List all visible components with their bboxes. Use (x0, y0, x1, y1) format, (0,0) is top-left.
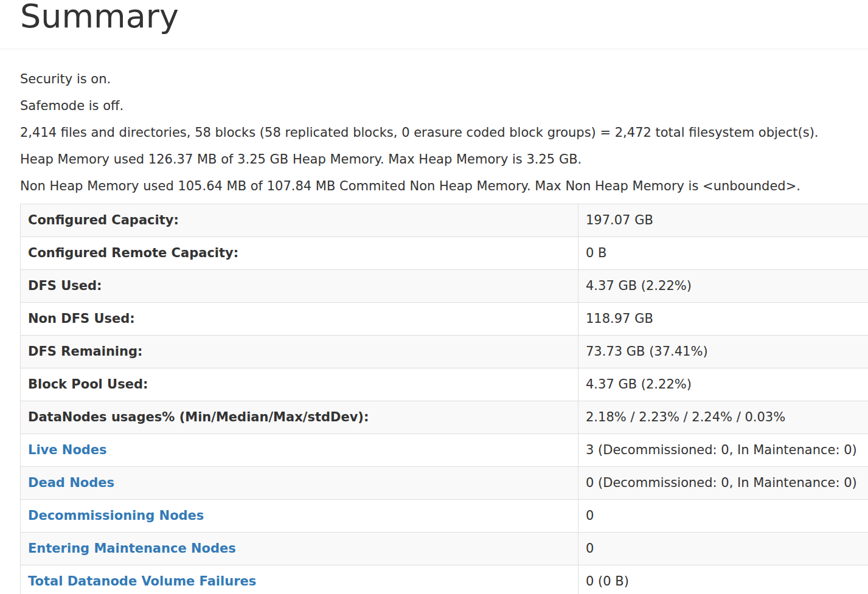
row-label-cell: Entering Maintenance Nodes (21, 533, 578, 565)
summary-content: Security is on. Safemode is off. 2,414 f… (0, 49, 868, 594)
table-row-dfs-used: DFS Used:4.37 GB (2.22%) (21, 270, 868, 303)
dead-nodes-value: 0 (Decommissioned: 0, In Maintenance: 0) (578, 467, 868, 500)
row-label-cell: DFS Remaining: (21, 336, 578, 368)
row-label-cell: DataNodes usages% (Min/Median/Max/stdDev… (21, 401, 578, 434)
table-row-dfs-remaining: DFS Remaining:73.73 GB (37.41%) (21, 336, 868, 368)
table-row-configured-remote-capacity: Configured Remote Capacity:0 B (21, 237, 868, 270)
datanodes-usages-value: 2.18% / 2.23% / 2.24% / 0.03% (578, 401, 868, 434)
dfs-used-value: 4.37 GB (2.22%) (578, 270, 868, 303)
row-label-cell: Dead Nodes (21, 467, 578, 500)
page-title: Summary (20, 0, 868, 33)
row-label-cell: DFS Used: (21, 270, 578, 303)
table-row-total-datanode-volume-failures: Total Datanode Volume Failures0 (0 B) (21, 565, 868, 594)
live-nodes-link[interactable]: Live Nodes (28, 443, 107, 457)
decommissioning-nodes-link[interactable]: Decommissioning Nodes (28, 508, 204, 523)
live-nodes-value: 3 (Decommissioned: 0, In Maintenance: 0) (578, 434, 868, 467)
non-dfs-used-value: 118.97 GB (578, 303, 868, 336)
table-row-decommissioning-nodes: Decommissioning Nodes0 (21, 500, 868, 533)
table-row-non-dfs-used: Non DFS Used:118.97 GB (21, 303, 868, 336)
configured-capacity-value: 197.07 GB (578, 204, 868, 237)
summary-table-body: Configured Capacity:197.07 GBConfigured … (21, 204, 868, 594)
decommissioning-nodes-value: 0 (578, 500, 868, 533)
table-row-block-pool-used: Block Pool Used:4.37 GB (2.22%) (21, 368, 868, 401)
filesystem-objects-text: 2,414 files and directories, 58 blocks (… (20, 123, 868, 142)
table-row-dead-nodes: Dead Nodes0 (Decommissioned: 0, In Maint… (21, 467, 868, 500)
non-dfs-used-label: Non DFS Used: (28, 311, 135, 326)
total-datanode-volume-failures-link[interactable]: Total Datanode Volume Failures (28, 574, 256, 589)
security-status-text: Security is on. (20, 70, 868, 88)
total-datanode-volume-failures-value: 0 (0 B) (578, 565, 868, 594)
summary-table: Configured Capacity:197.07 GBConfigured … (20, 204, 868, 594)
dfs-used-label: DFS Used: (28, 278, 102, 293)
row-label-cell: Non DFS Used: (21, 303, 578, 336)
row-label-cell: Decommissioning Nodes (21, 500, 578, 533)
table-row-datanodes-usages: DataNodes usages% (Min/Median/Max/stdDev… (21, 401, 868, 434)
configured-remote-capacity-value: 0 B (578, 237, 868, 270)
table-row-configured-capacity: Configured Capacity:197.07 GB (21, 204, 868, 237)
heap-memory-text: Heap Memory used 126.37 MB of 3.25 GB He… (20, 150, 868, 168)
row-label-cell: Total Datanode Volume Failures (21, 565, 578, 594)
table-row-entering-maintenance-nodes: Entering Maintenance Nodes0 (21, 533, 868, 565)
row-label-cell: Configured Remote Capacity: (21, 237, 578, 270)
non-heap-memory-text: Non Heap Memory used 105.64 MB of 107.84… (20, 177, 868, 195)
datanodes-usages-label: DataNodes usages% (Min/Median/Max/stdDev… (28, 410, 369, 424)
configured-remote-capacity-label: Configured Remote Capacity: (28, 246, 238, 260)
entering-maintenance-nodes-link[interactable]: Entering Maintenance Nodes (28, 541, 236, 556)
row-label-cell: Live Nodes (21, 434, 578, 467)
block-pool-used-label: Block Pool Used: (28, 377, 148, 392)
configured-capacity-label: Configured Capacity: (28, 213, 179, 227)
dfs-remaining-value: 73.73 GB (37.41%) (578, 336, 868, 368)
row-label-cell: Configured Capacity: (21, 204, 578, 237)
block-pool-used-value: 4.37 GB (2.22%) (578, 368, 868, 401)
safemode-status-text: Safemode is off. (20, 97, 868, 115)
row-label-cell: Block Pool Used: (21, 368, 578, 401)
table-row-live-nodes: Live Nodes3 (Decommissioned: 0, In Maint… (21, 434, 868, 467)
entering-maintenance-nodes-value: 0 (578, 533, 868, 565)
dead-nodes-link[interactable]: Dead Nodes (28, 475, 114, 490)
dfs-remaining-label: DFS Remaining: (28, 344, 142, 359)
page-header: Summary (0, 0, 868, 49)
